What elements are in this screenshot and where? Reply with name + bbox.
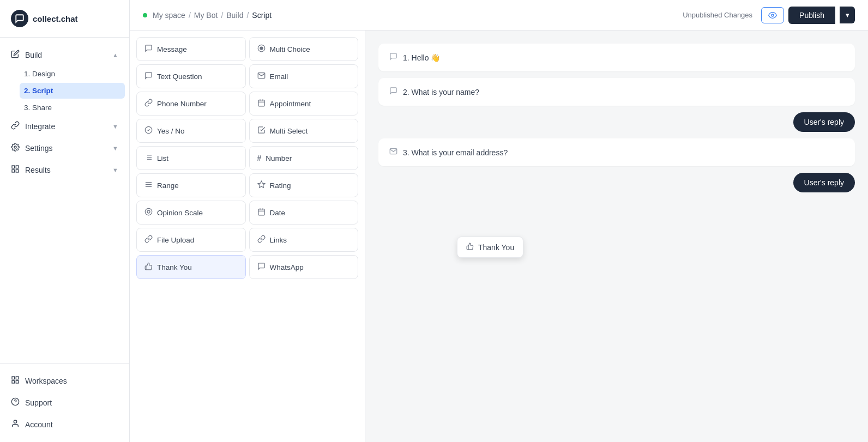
content-area: Message Multi Choice Text Question Email — [130, 31, 868, 442]
list-icon — [144, 153, 153, 163]
account-icon — [11, 419, 20, 430]
publish-button[interactable]: Publish — [788, 7, 835, 24]
integrate-arrow-icon: ▼ — [112, 123, 118, 130]
user-reply-1[interactable]: User's reply — [378, 112, 855, 132]
whatsapp-icon — [257, 262, 266, 272]
logo: collect.chat — [0, 0, 129, 38]
support-icon — [11, 397, 20, 408]
number-icon: # — [257, 154, 262, 162]
component-opinion-scale[interactable]: Opinion Scale — [136, 201, 246, 225]
component-file-upload-label: File Upload — [157, 236, 194, 244]
sidebar-support-label: Support — [25, 398, 52, 407]
svg-rect-7 — [16, 380, 19, 383]
svg-point-12 — [771, 14, 774, 16]
thank-you-tooltip[interactable]: Thank You — [457, 237, 523, 258]
appointment-icon — [257, 99, 266, 108]
breadcrumb-script: Script — [252, 11, 272, 20]
user-reply-1-bubble: User's reply — [793, 112, 855, 132]
sidebar-design-label: 1. Design — [24, 70, 55, 78]
breadcrumb-myspace[interactable]: My space — [153, 11, 185, 20]
yes-no-icon — [144, 126, 153, 136]
multi-choice-icon — [257, 44, 266, 54]
component-range[interactable]: Range — [136, 173, 246, 197]
component-text-question[interactable]: Text Question — [136, 64, 246, 88]
sidebar-item-integrate[interactable]: Integrate ▼ — [0, 116, 129, 137]
sidebar-item-build[interactable]: Build ▲ — [0, 44, 129, 66]
svg-marker-29 — [258, 181, 265, 187]
links-icon — [257, 235, 266, 245]
component-multi-select[interactable]: Multi Select — [249, 119, 359, 143]
chat-message-2[interactable]: 2. What is your name? — [378, 78, 855, 106]
build-icon — [11, 50, 20, 60]
component-number[interactable]: # Number — [249, 146, 359, 170]
sidebar-item-results[interactable]: Results ▼ — [0, 159, 129, 181]
integrate-icon — [11, 121, 20, 132]
component-yes-no[interactable]: Yes / No — [136, 119, 246, 143]
component-multi-select-label: Multi Select — [270, 127, 308, 135]
component-multi-choice[interactable]: Multi Choice — [249, 37, 359, 61]
component-email[interactable]: Email — [249, 64, 359, 88]
rating-icon — [257, 180, 266, 190]
date-icon — [257, 208, 266, 217]
component-rating[interactable]: Rating — [249, 173, 359, 197]
sidebar: collect.chat Build ▲ 1. Design 2. Script — [0, 0, 130, 442]
svg-point-0 — [14, 146, 16, 148]
tooltip-label: Thank You — [478, 243, 514, 252]
svg-rect-3 — [16, 169, 19, 172]
opinion-scale-icon — [144, 208, 153, 217]
thank-you-icon — [144, 262, 153, 272]
breadcrumb-build[interactable]: Build — [226, 11, 243, 20]
component-appointment[interactable]: Appointment — [249, 92, 359, 116]
chat-message-3[interactable]: 3. What is your email address? — [378, 138, 855, 166]
sidebar-item-account[interactable]: Account — [0, 414, 129, 435]
component-message[interactable]: Message — [136, 37, 246, 61]
sidebar-item-settings[interactable]: Settings ▼ — [0, 137, 129, 159]
component-email-label: Email — [270, 72, 288, 81]
sidebar-item-support[interactable]: Support — [0, 392, 129, 414]
component-date[interactable]: Date — [249, 201, 359, 225]
component-thank-you[interactable]: Thank You — [136, 255, 246, 279]
component-list[interactable]: List — [136, 146, 246, 170]
component-phone-number[interactable]: Phone Number — [136, 92, 246, 116]
file-upload-icon — [144, 235, 153, 245]
breadcrumb-sep-3: / — [246, 11, 249, 20]
phone-number-icon — [144, 99, 153, 108]
component-number-label: Number — [266, 154, 292, 162]
svg-point-11 — [14, 420, 16, 423]
unpublished-status: Unpublished Changes — [683, 11, 752, 19]
component-file-upload[interactable]: File Upload — [136, 228, 246, 252]
sidebar-navigation: Build ▲ 1. Design 2. Script 3. Share — [0, 38, 129, 363]
sidebar-integrate-label: Integrate — [25, 122, 55, 131]
script-area: 1. Hello 👋 2. What is your name? User's … — [365, 31, 868, 442]
sidebar-item-design[interactable]: 1. Design — [20, 66, 129, 82]
component-whatsapp[interactable]: WhatsApp — [249, 255, 359, 279]
publish-dropdown-button[interactable]: ▾ — [840, 7, 855, 23]
sidebar-item-script[interactable]: 2. Script — [20, 83, 125, 99]
svg-rect-15 — [258, 100, 264, 106]
chat-message-3-icon — [389, 147, 397, 158]
sidebar-results-label: Results — [25, 166, 51, 174]
sidebar-item-share[interactable]: 3. Share — [20, 100, 129, 116]
sidebar-account-label: Account — [25, 420, 53, 429]
svg-rect-2 — [16, 166, 19, 168]
preview-button[interactable] — [761, 7, 784, 23]
text-question-icon — [144, 71, 153, 81]
chat-message-1-icon — [389, 52, 397, 63]
breadcrumb: My space / My Bot / Build / Script — [143, 11, 272, 20]
user-reply-2[interactable]: User's reply — [378, 173, 855, 192]
breadcrumb-mybot[interactable]: My Bot — [194, 11, 218, 20]
status-dot — [143, 13, 147, 17]
logo-icon — [11, 10, 28, 27]
component-links[interactable]: Links — [249, 228, 359, 252]
component-message-label: Message — [157, 45, 187, 53]
chat-message-1[interactable]: 1. Hello 👋 — [378, 44, 855, 71]
breadcrumb-sep-2: / — [221, 11, 223, 20]
component-list-label: List — [157, 154, 168, 162]
chat-message-1-text: 1. Hello 👋 — [403, 53, 440, 62]
sidebar-bottom: Workspaces Support Account — [0, 363, 129, 442]
component-date-label: Date — [270, 209, 286, 217]
sidebar-item-workspaces[interactable]: Workspaces — [0, 370, 129, 392]
sidebar-share-label: 3. Share — [24, 104, 52, 112]
settings-icon — [11, 143, 20, 154]
range-icon — [144, 180, 153, 190]
